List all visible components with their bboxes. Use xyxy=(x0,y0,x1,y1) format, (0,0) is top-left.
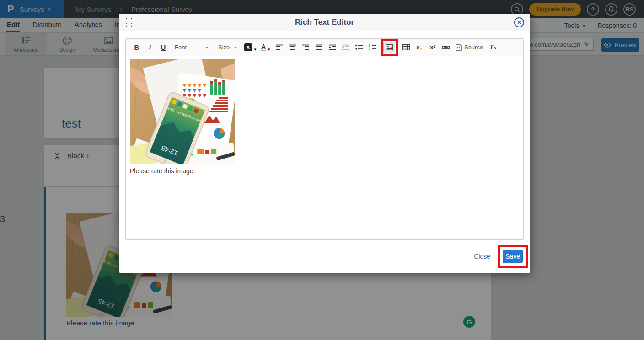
align-right-button[interactable] xyxy=(301,42,311,53)
editor-toolbar: B I U Font ▼ Size ▼ A ▼ A ▼ xyxy=(126,39,523,56)
save-button-annotation: Save xyxy=(498,245,528,268)
increase-indent-icon xyxy=(329,44,336,50)
font-dropdown[interactable]: Font ▼ xyxy=(173,44,210,51)
table-icon xyxy=(402,44,410,50)
insert-table-button[interactable] xyxy=(401,42,412,53)
text-color-icon: A xyxy=(261,43,266,52)
editor-inserted-image[interactable] xyxy=(130,59,235,164)
source-icon xyxy=(456,44,462,51)
svg-text:2: 2 xyxy=(369,48,370,50)
drag-handle-icon[interactable] xyxy=(126,18,133,27)
remove-format-t: T xyxy=(489,43,494,51)
chevron-down-icon: ▼ xyxy=(205,46,209,50)
increase-indent-button[interactable] xyxy=(327,42,338,53)
align-left-icon xyxy=(276,44,283,50)
save-button[interactable]: Save xyxy=(503,250,523,263)
numbered-list-icon: 12 xyxy=(369,44,376,50)
underline-button[interactable]: U xyxy=(158,42,169,53)
insert-link-button[interactable] xyxy=(440,42,451,53)
bulleted-list-icon xyxy=(355,44,363,50)
bold-button[interactable]: B xyxy=(131,42,142,53)
editor-text[interactable]: Please rate this image xyxy=(130,167,519,175)
text-color-button[interactable]: A ▼ xyxy=(261,43,271,52)
chevron-down-icon: ▼ xyxy=(253,48,257,52)
modal-title: Rich Text Editor xyxy=(119,18,530,27)
modal-footer: Close Save xyxy=(119,240,530,273)
bulleted-list-button[interactable] xyxy=(354,42,365,53)
superscript-button[interactable]: x² xyxy=(427,42,438,53)
source-button[interactable]: Source xyxy=(454,44,485,51)
remove-format-x: x xyxy=(494,45,496,50)
justify-icon xyxy=(316,44,322,50)
align-right-icon xyxy=(302,44,309,50)
align-center-icon xyxy=(289,44,296,50)
chevron-down-icon: ▼ xyxy=(234,46,237,50)
rich-text-editor-modal: Rich Text Editor ✕ B I U Font ▼ Size ▼ A… xyxy=(119,14,530,273)
modal-close-button[interactable]: ✕ xyxy=(514,17,524,27)
insert-image-button[interactable] xyxy=(383,42,395,53)
font-dropdown-label: Font xyxy=(175,44,187,51)
source-label: Source xyxy=(464,44,483,51)
link-icon xyxy=(442,45,450,50)
size-dropdown-label: Size xyxy=(218,44,230,51)
editor-content-area[interactable]: Please rate this image xyxy=(126,56,523,239)
numbered-list-button[interactable]: 12 xyxy=(367,42,378,53)
size-dropdown[interactable]: Size ▼ xyxy=(216,44,239,51)
align-center-button[interactable] xyxy=(287,42,298,53)
image-button-annotation xyxy=(381,39,398,56)
remove-format-button[interactable]: Tx xyxy=(487,42,498,53)
decrease-indent-icon xyxy=(342,44,349,50)
app-root: 55% Samsung GALAXY Tab S 12:45 xyxy=(0,0,644,340)
svg-text:1: 1 xyxy=(369,44,370,47)
modal-header: Rich Text Editor ✕ xyxy=(119,14,530,31)
image-icon xyxy=(386,44,393,50)
background-color-button[interactable]: A ▼ xyxy=(244,43,257,51)
close-icon: ✕ xyxy=(517,20,521,26)
italic-button[interactable]: I xyxy=(145,42,156,53)
rich-text-editor: B I U Font ▼ Size ▼ A ▼ A ▼ xyxy=(125,38,524,240)
align-left-button[interactable] xyxy=(274,42,285,53)
subscript-button[interactable]: x₂ xyxy=(414,42,425,53)
modal-close-link[interactable]: Close xyxy=(474,253,490,260)
background-color-icon: A xyxy=(244,43,252,51)
justify-button[interactable] xyxy=(314,42,325,53)
decrease-indent-button[interactable] xyxy=(340,42,351,53)
chevron-down-icon: ▼ xyxy=(267,48,271,52)
